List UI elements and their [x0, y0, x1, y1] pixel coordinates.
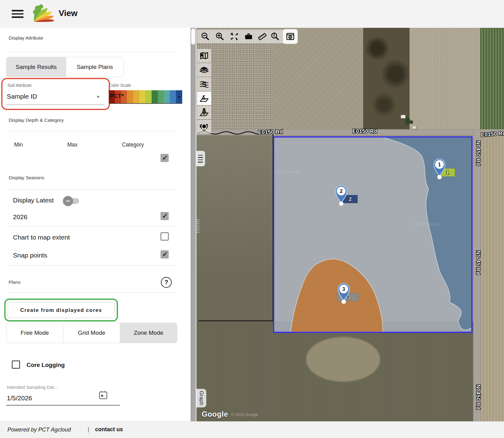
- color-scale-segment: [158, 90, 164, 103]
- sampling-date-input[interactable]: 1/5/2026: [7, 394, 32, 402]
- camera-target-icon[interactable]: [197, 120, 211, 134]
- column-max: Max: [67, 142, 78, 148]
- tab-sample-results[interactable]: Sample Results: [6, 57, 66, 77]
- calendar-icon[interactable]: [98, 390, 108, 401]
- footer-separator: |: [88, 426, 89, 433]
- column-min: Min: [14, 142, 23, 148]
- google-attribution-logo: Google: [202, 410, 228, 419]
- pin-number: 3: [342, 287, 345, 292]
- map-copyright-text: © 2025 Google: [231, 412, 258, 417]
- contact-us-link[interactable]: contact us: [95, 426, 123, 433]
- create-button-highlight-outline: Create from displayed cores: [4, 299, 118, 321]
- marker-label-number: 1: [446, 170, 449, 176]
- display-attribute-label: Display Attribute: [9, 35, 43, 41]
- tab-free-mode[interactable]: Free Mode: [6, 323, 63, 343]
- mode-tabs: Free Mode Grid Mode Zone Mode: [6, 323, 177, 343]
- chart-extent-checkbox[interactable]: [161, 232, 169, 240]
- sampling-date-label: Intended Sampling Dat…: [7, 385, 59, 390]
- sidebar-panel: Display Attribute Sample Results Sample …: [0, 28, 191, 421]
- soil-attribute-select[interactable]: Sample ID: [7, 93, 37, 100]
- column-category: Category: [122, 142, 144, 148]
- color-scale-segment: [133, 90, 139, 103]
- app-root: View Display Attribute Sample Results Sa…: [0, 0, 504, 438]
- layers-icon[interactable]: [197, 63, 211, 77]
- divider: [6, 131, 176, 131]
- pin-number: 2: [340, 189, 343, 194]
- map-canvas[interactable]: © 2025 Google © 2025 Google E0150 Rd E01…: [196, 28, 504, 421]
- core-logging-checkbox[interactable]: [12, 360, 20, 369]
- map-toolbar: [197, 30, 297, 43]
- pin-number: 1: [438, 162, 441, 167]
- basemap-icon[interactable]: [197, 49, 211, 62]
- tab-grid-mode[interactable]: Grid Mode: [63, 323, 120, 343]
- drag-dots-handle[interactable]: [196, 219, 199, 234]
- divider: [6, 189, 176, 189]
- help-icon[interactable]: ?: [161, 277, 172, 288]
- core-logging-label: Core Logging: [27, 362, 65, 368]
- map-watermark: © 2025 Google: [274, 169, 301, 174]
- header-bar: View: [0, 0, 504, 28]
- snap-points-label: Snap points: [13, 252, 47, 259]
- display-latest-label: Display Latest: [13, 197, 54, 204]
- svg-text:S: S: [202, 81, 207, 88]
- color-scale-segment: [139, 90, 145, 103]
- tab-zone-mode[interactable]: Zone Mode: [120, 323, 177, 343]
- season-year-checkbox[interactable]: [161, 212, 169, 220]
- color-scale-segment: [145, 90, 152, 103]
- footer-bar: Powered by PCT Agcloud | contact us: [0, 421, 504, 438]
- tab-sample-plans[interactable]: Sample Plans: [66, 57, 124, 77]
- road-label: N0450 Rd: [475, 141, 481, 166]
- soil-attribute-label: Soil Attribute: [7, 83, 32, 88]
- add-window-icon[interactable]: [286, 32, 295, 41]
- hamburger-menu-icon[interactable]: [12, 10, 23, 18]
- road-label: E0150 Rd: [481, 130, 504, 138]
- depth-category-label: Display Depth & Category: [9, 117, 64, 123]
- soil-lines-icon[interactable]: S: [197, 77, 211, 91]
- chart-extent-label: Chart to map extent: [13, 234, 70, 241]
- divider: [6, 292, 176, 293]
- identify-search-icon[interactable]: [271, 32, 280, 41]
- powered-by-text: Powered by PCT Agcloud: [7, 427, 71, 433]
- toolbox-icon[interactable]: [244, 32, 253, 41]
- divider: [6, 265, 176, 266]
- panel-collapse-handle[interactable]: [196, 151, 205, 166]
- plans-label: Plans: [9, 279, 21, 285]
- category-checkbox[interactable]: [161, 154, 169, 162]
- pin-tip-dot: [339, 202, 343, 206]
- divider: [6, 226, 176, 226]
- toggle-knob[interactable]: −: [63, 196, 73, 206]
- map-watermark: © 2025 Google: [413, 222, 440, 227]
- graph-tab-label: Graph: [198, 391, 204, 405]
- graph-tab[interactable]: Graph: [196, 389, 206, 407]
- chevron-down-icon[interactable]: ▾: [97, 94, 99, 100]
- pct-agcloud-logo: [31, 4, 55, 25]
- drop-pin-icon[interactable]: [197, 106, 211, 119]
- road-label: NS 45 Rd: [475, 251, 481, 275]
- color-scale-segment: [170, 90, 176, 103]
- color-scale-caret[interactable]: ▾: [176, 90, 182, 103]
- scrollbar-thumb[interactable]: [191, 28, 195, 45]
- road-label: E0150 Rd: [352, 128, 377, 134]
- map-overlay: © 2025 Google © 2025 Google E0150 Rd E01…: [196, 28, 504, 421]
- fit-extent-icon[interactable]: [230, 32, 239, 41]
- road-label: N0450 Rd: [475, 385, 481, 410]
- create-from-cores-button[interactable]: Create from displayed cores: [8, 302, 115, 318]
- color-scale-segment: [127, 90, 133, 103]
- color-scale-segment: [152, 90, 158, 103]
- zoom-in-icon[interactable]: [215, 32, 225, 41]
- pin-tip-dot: [342, 300, 346, 304]
- pin-tip-dot: [437, 175, 442, 179]
- color-scale-label: Color Scale: [109, 83, 131, 88]
- marker-label-number: 3: [348, 294, 351, 300]
- parcel-boundary-line: [198, 132, 273, 321]
- measure-ruler-icon[interactable]: [258, 32, 267, 41]
- page-title: View: [59, 9, 78, 18]
- road-label: E0150 Rd: [258, 129, 283, 135]
- zoom-out-icon[interactable]: [201, 32, 210, 41]
- sample-tabs: Sample Results Sample Plans: [6, 57, 124, 77]
- color-scale-overlay-text: PCT*: [110, 93, 124, 100]
- snap-points-checkbox[interactable]: [161, 250, 169, 258]
- display-latest-toggle[interactable]: −: [64, 198, 79, 204]
- scrollbar-track[interactable]: [191, 28, 196, 421]
- sample-flask-icon[interactable]: [197, 91, 211, 105]
